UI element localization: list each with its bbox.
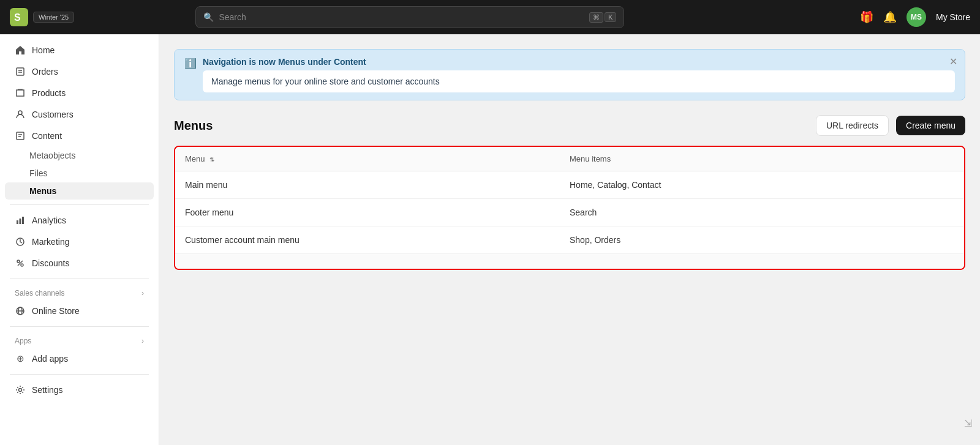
table-header: Menu ⇅ Menu items <box>175 147 964 171</box>
table-row[interactable]: Main menu Home, Catalog, Contact <box>175 171 964 199</box>
svg-point-14 <box>21 264 23 266</box>
apps-section: Apps › <box>0 332 159 348</box>
menu-items-column-header: Menu items <box>570 154 954 163</box>
svg-rect-9 <box>17 220 18 224</box>
search-shortcut: ⌘ K <box>589 12 616 23</box>
create-menu-button[interactable]: Create menu <box>896 116 965 135</box>
sidebar-discounts-label: Discounts <box>32 258 69 268</box>
menus-table: Menu ⇅ Menu items Main menu Home, Catalo… <box>174 146 965 270</box>
layout: Home Orders Products Customers Content <box>0 34 980 445</box>
add-apps-label: Add apps <box>32 354 68 364</box>
sidebar-content-label: Content <box>32 131 62 141</box>
topbar: S Winter '25 🔍 ⌘ K 🎁 🔔 MS My Store <box>0 0 980 34</box>
sidebar-sub-files[interactable]: Files <box>5 165 154 182</box>
sidebar-item-add-apps[interactable]: ⊕ Add apps <box>5 348 154 369</box>
sidebar-item-marketing[interactable]: Marketing <box>5 231 154 252</box>
sidebar-divider-3 <box>10 326 149 327</box>
menu-items-cell: Shop, Orders <box>570 235 954 245</box>
info-icon: ℹ️ <box>184 58 197 69</box>
sidebar-item-discounts[interactable]: Discounts <box>5 253 154 274</box>
menu-items-cell: Search <box>570 208 954 217</box>
main-content: ℹ️ Navigation is now Menus under Content… <box>159 34 980 445</box>
menus-label: Menus <box>29 186 56 196</box>
sales-channels-chevron[interactable]: › <box>141 289 144 297</box>
menu-name-cell: Main menu <box>185 180 570 190</box>
sidebar-item-online-store[interactable]: Online Store <box>5 301 154 321</box>
section-actions: URL redirects Create menu <box>816 115 965 136</box>
sidebar-item-analytics[interactable]: Analytics <box>5 210 154 231</box>
sidebar-item-settings[interactable]: Settings <box>5 380 154 400</box>
discounts-icon <box>15 258 26 269</box>
sidebar-marketing-label: Marketing <box>32 237 69 247</box>
sidebar-home-label: Home <box>32 45 55 55</box>
apps-chevron[interactable]: › <box>141 337 144 345</box>
sidebar-divider-2 <box>10 279 149 279</box>
banner-description: Manage menus for your online store and c… <box>203 70 955 92</box>
sidebar-item-home[interactable]: Home <box>5 40 154 61</box>
info-banner: ℹ️ Navigation is now Menus under Content… <box>174 49 965 100</box>
table-row[interactable]: Footer menu Search <box>175 199 964 226</box>
menu-name-cell: Customer account main menu <box>185 235 570 245</box>
menu-header-label: Menu <box>185 154 205 163</box>
svg-rect-6 <box>17 132 24 140</box>
search-bar[interactable]: 🔍 ⌘ K <box>195 6 624 28</box>
sidebar-sub-metaobjects[interactable]: Metaobjects <box>5 147 154 164</box>
search-input[interactable] <box>219 12 584 22</box>
sidebar-analytics-label: Analytics <box>32 215 66 225</box>
svg-rect-11 <box>22 217 24 224</box>
menu-name-cell: Footer menu <box>185 208 570 217</box>
sidebar-orders-label: Orders <box>32 67 58 77</box>
url-redirects-button[interactable]: URL redirects <box>816 115 889 136</box>
svg-point-13 <box>17 260 20 263</box>
svg-rect-2 <box>17 68 24 75</box>
menu-items-cell: Home, Catalog, Contact <box>570 180 954 190</box>
avatar[interactable]: MS <box>907 7 926 27</box>
settings-icon <box>15 384 26 395</box>
sales-channels-label: Sales channels <box>15 289 64 297</box>
svg-point-5 <box>18 111 22 114</box>
search-icon: 🔍 <box>203 12 214 22</box>
resize-handle[interactable]: ⇲ <box>960 416 975 430</box>
products-icon <box>15 88 26 99</box>
files-label: Files <box>29 168 48 178</box>
sidebar-products-label: Products <box>32 88 66 98</box>
topbar-right: 🎁 🔔 MS My Store <box>860 7 970 27</box>
svg-text:S: S <box>14 12 21 23</box>
content-icon <box>15 130 26 141</box>
winter-badge: Winter '25 <box>33 12 74 23</box>
sidebar-item-content[interactable]: Content <box>5 125 154 146</box>
bell-icon[interactable]: 🔔 <box>883 10 897 24</box>
apps-label: Apps <box>15 337 31 345</box>
banner-content: Navigation is now Menus under Content Ma… <box>203 57 955 92</box>
sidebar-divider-4 <box>10 374 149 375</box>
online-store-icon <box>15 305 26 316</box>
svg-line-15 <box>18 261 23 266</box>
cmd-key: ⌘ <box>589 12 603 23</box>
home-icon <box>15 45 26 56</box>
orders-icon <box>15 66 26 77</box>
store-name-label: My Store <box>936 12 970 22</box>
table-row[interactable]: Customer account main menu Shop, Orders <box>175 226 964 254</box>
shopify-logo[interactable]: S Winter '25 <box>10 8 74 26</box>
sidebar-sub-menus[interactable]: Menus <box>5 182 154 200</box>
section-header: Menus URL redirects Create menu <box>174 115 965 136</box>
settings-label: Settings <box>32 385 63 395</box>
table-footer <box>175 254 964 269</box>
page-title: Menus <box>174 119 213 133</box>
online-store-label: Online Store <box>32 306 80 316</box>
customers-icon <box>15 109 26 120</box>
banner-close-button[interactable]: ✕ <box>949 57 957 67</box>
svg-point-19 <box>19 389 22 392</box>
sort-icon[interactable]: ⇅ <box>209 156 214 163</box>
banner-title: Navigation is now Menus under Content <box>203 57 955 67</box>
marketing-icon <box>15 236 26 247</box>
sidebar-divider-1 <box>10 204 149 205</box>
sidebar-customers-label: Customers <box>32 110 74 119</box>
sidebar: Home Orders Products Customers Content <box>0 34 159 445</box>
k-key: K <box>605 12 616 22</box>
sidebar-item-orders[interactable]: Orders <box>5 61 154 82</box>
sidebar-item-customers[interactable]: Customers <box>5 104 154 125</box>
gift-icon[interactable]: 🎁 <box>860 10 873 24</box>
svg-rect-10 <box>20 219 21 224</box>
sidebar-item-products[interactable]: Products <box>5 83 154 103</box>
